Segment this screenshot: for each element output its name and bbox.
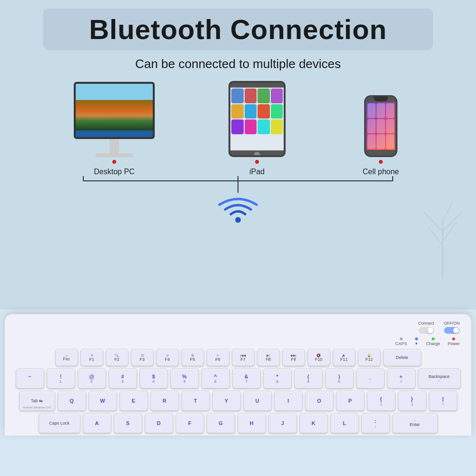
key-4[interactable]: $ 4 bbox=[139, 368, 168, 388]
charge-indicator: Charge bbox=[426, 337, 440, 346]
phone-app bbox=[377, 134, 385, 149]
key-h[interactable]: H bbox=[238, 413, 266, 433]
key-esc[interactable]: ⌂ Fsc bbox=[55, 349, 78, 366]
offon-label: OFF/ON bbox=[444, 321, 460, 326]
key-r[interactable]: R bbox=[150, 391, 179, 411]
app-icon bbox=[258, 104, 270, 119]
app-icon bbox=[231, 119, 244, 134]
monitor-base bbox=[95, 153, 133, 157]
cellphone-label: Cell phone bbox=[363, 168, 399, 176]
ipad-label: iPad bbox=[249, 168, 265, 176]
key-2[interactable]: @ 2 bbox=[78, 368, 106, 388]
key-p[interactable]: P bbox=[336, 391, 365, 411]
charge-dot bbox=[432, 337, 435, 340]
key-0[interactable]: ) 0 bbox=[325, 368, 354, 388]
tree-decoration bbox=[414, 184, 471, 281]
key-delete[interactable]: Delete bbox=[383, 349, 421, 366]
power-indicator: Power bbox=[447, 337, 460, 346]
connect-toggle[interactable] bbox=[418, 327, 434, 334]
key-k[interactable]: K bbox=[299, 413, 328, 433]
key-f3[interactable]: ☰ F3 bbox=[131, 349, 154, 366]
key-f6[interactable]: ✂ F6 bbox=[207, 349, 229, 366]
key-w[interactable]: W bbox=[89, 391, 117, 411]
svg-point-5 bbox=[235, 217, 241, 223]
key-backspace[interactable]: Backspace ← bbox=[418, 368, 461, 388]
bottom-section: Connect OFF/ON CAPS ✦ bbox=[0, 309, 476, 476]
key-y[interactable]: Y bbox=[212, 391, 241, 411]
offon-toggle[interactable] bbox=[444, 327, 459, 334]
caps-dot bbox=[400, 337, 403, 340]
phone-illustration bbox=[364, 95, 397, 157]
key-caps-lock[interactable]: Caps Lock bbox=[39, 413, 80, 433]
qwerty-row: Tab ⇆ Android Windows iOS Q W E R T Y U … bbox=[11, 391, 465, 411]
power-dot bbox=[452, 337, 455, 340]
svg-line-11 bbox=[443, 203, 452, 222]
key-d[interactable]: D bbox=[145, 413, 173, 433]
key-f1[interactable]: ☀ F1 bbox=[80, 349, 103, 366]
key-f8[interactable]: ▶| F8 bbox=[257, 349, 280, 366]
key-equals[interactable]: + = bbox=[387, 368, 416, 388]
charge-label: Charge bbox=[426, 341, 440, 346]
key-f10[interactable]: 🔇 F10 bbox=[307, 349, 330, 366]
key-f4[interactable]: ⊙ F4 bbox=[156, 349, 179, 366]
app-icon bbox=[271, 89, 283, 103]
subtitle: Can be connected to multiple devices bbox=[135, 57, 341, 71]
phone-screen bbox=[367, 102, 395, 150]
key-j[interactable]: J bbox=[268, 413, 297, 433]
key-l[interactable]: L bbox=[330, 413, 359, 433]
bt-dot bbox=[415, 337, 418, 340]
app-icon bbox=[258, 119, 270, 134]
key-8[interactable]: * 8 bbox=[263, 368, 292, 388]
key-backslash[interactable]: | \ bbox=[429, 391, 457, 411]
desktop-label: Desktop PC bbox=[94, 168, 134, 176]
key-s[interactable]: S bbox=[114, 413, 142, 433]
key-lbracket[interactable]: { [ bbox=[367, 391, 396, 411]
key-f[interactable]: F bbox=[176, 413, 204, 433]
phone-notch bbox=[374, 97, 388, 101]
key-enter[interactable]: ← Enter bbox=[392, 413, 438, 433]
fn-row: ⌂ Fsc ☀ F1 🔍 F2 ☰ F3 ⊙ F4 ⊞ F5 bbox=[11, 349, 465, 366]
key-1[interactable]: ! 1 bbox=[47, 368, 75, 388]
svg-line-10 bbox=[424, 212, 443, 231]
key-f5[interactable]: ⊞ F5 bbox=[181, 349, 204, 366]
key-o[interactable]: O bbox=[305, 391, 334, 411]
key-a[interactable]: A bbox=[83, 413, 111, 433]
keyboard: Connect OFF/ON CAPS ✦ bbox=[5, 314, 471, 436]
key-semicolon[interactable]: : ; bbox=[361, 413, 390, 433]
app-icon bbox=[245, 119, 257, 134]
key-rbracket[interactable]: } ] bbox=[398, 391, 426, 411]
app-icon bbox=[245, 89, 257, 103]
key-5[interactable]: % 5 bbox=[170, 368, 199, 388]
key-f9[interactable]: ▶▶| F9 bbox=[282, 349, 305, 366]
page-title: Bluetooth Connection bbox=[62, 13, 414, 45]
status-indicators-row: Connect OFF/ON bbox=[11, 321, 465, 334]
asdf-row: Caps Lock A S D F G H J K L : ; ← Enter bbox=[11, 413, 465, 433]
phone-app bbox=[386, 119, 394, 134]
key-7[interactable]: & 7 bbox=[232, 368, 261, 388]
key-g[interactable]: G bbox=[207, 413, 235, 433]
key-f12[interactable]: 🔒 F12 bbox=[358, 349, 381, 366]
key-f11[interactable]: 🔉 F11 bbox=[333, 349, 356, 366]
key-u[interactable]: U bbox=[243, 391, 272, 411]
ipad-illustration bbox=[228, 81, 286, 157]
key-q[interactable]: Q bbox=[58, 391, 86, 411]
connect-group: Connect bbox=[418, 321, 434, 334]
key-9[interactable]: ( 9 bbox=[294, 368, 323, 388]
bluetooth-wifi-icon bbox=[217, 190, 259, 226]
key-f7[interactable]: |◀◀ F7 bbox=[232, 349, 255, 366]
key-e[interactable]: E bbox=[119, 391, 148, 411]
key-minus[interactable]: _ - bbox=[356, 368, 385, 388]
key-f2[interactable]: 🔍 F2 bbox=[106, 349, 129, 366]
ipad-connector-dot bbox=[255, 160, 259, 164]
monitor-illustration bbox=[74, 82, 155, 139]
phone-app bbox=[367, 103, 376, 118]
key-t[interactable]: T bbox=[181, 391, 210, 411]
monitor-screen bbox=[76, 84, 153, 137]
key-tab[interactable]: Tab ⇆ Android Windows iOS bbox=[19, 391, 55, 411]
key-3[interactable]: # 3 bbox=[109, 368, 137, 388]
key-6[interactable]: ^ 6 bbox=[201, 368, 230, 388]
key-i[interactable]: I bbox=[274, 391, 303, 411]
key-backtick[interactable]: ~ ` bbox=[16, 368, 44, 388]
app-icon bbox=[271, 119, 283, 134]
app-icon bbox=[231, 104, 244, 119]
